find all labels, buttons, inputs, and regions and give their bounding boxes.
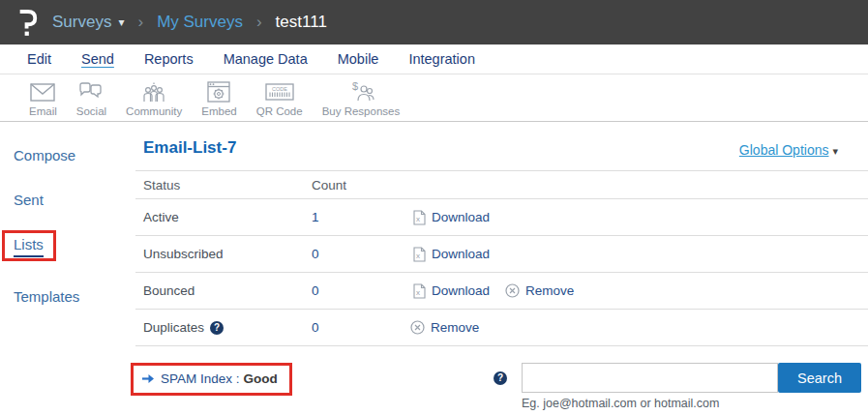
download-link[interactable]: x Download [413, 247, 490, 262]
nav-item-integration[interactable]: Integration [408, 51, 475, 67]
sidebar-item-templates[interactable]: Templates [14, 288, 135, 306]
global-options-dropdown[interactable]: Global Options▾ [739, 142, 838, 158]
toolbar-item-buy-responses[interactable]: $ Buy Responses [322, 74, 401, 121]
remove-circle-icon [505, 283, 520, 298]
remove-link[interactable]: Remove [410, 320, 479, 335]
svg-text:$: $ [352, 81, 358, 92]
list-header: Email-List-7 Global Options▾ [135, 123, 868, 158]
remove-label: Remove [431, 320, 479, 335]
nav-item-edit[interactable]: Edit [27, 51, 51, 67]
global-options-label: Global Options [739, 142, 829, 158]
table-header-row: Status Count [135, 171, 868, 199]
breadcrumb-surveys[interactable]: Surveys▾ [52, 13, 124, 32]
sidebar-item-sent[interactable]: Sent [14, 192, 135, 209]
email-icon [30, 80, 55, 104]
status-label: Active [143, 210, 312, 224]
arrow-right-icon [141, 373, 155, 384]
main-nav: Edit Send Reports Manage Data Mobile Int… [0, 44, 868, 74]
survey-send-lists-page: Surveys▾ › My Surveys › test111 Edit Sen… [0, 0, 868, 415]
svg-text:CODE: CODE [272, 86, 287, 92]
toolbar-label: Community [126, 105, 182, 117]
breadcrumb-my-surveys[interactable]: My Surveys [157, 13, 243, 32]
toolbar-item-qr-code[interactable]: CODE QR Code [256, 74, 303, 121]
download-label: Download [432, 247, 490, 261]
download-link[interactable]: x Download [413, 283, 490, 299]
count-value: 0 [312, 283, 413, 298]
toolbar-label: Buy Responses [322, 105, 401, 117]
toolbar-item-embed[interactable]: Embed [201, 74, 236, 121]
excel-file-icon: x [413, 247, 426, 262]
help-icon[interactable]: ? [210, 321, 224, 335]
count-value: 0 [312, 320, 413, 335]
svg-text:x: x [416, 288, 420, 297]
table-row-active: Active 1 x Download [135, 199, 868, 236]
nav-item-reports[interactable]: Reports [144, 51, 194, 67]
column-header-status: Status [143, 178, 312, 193]
toolbar-label: QR Code [256, 105, 303, 117]
nav-item-mobile[interactable]: Mobile [338, 51, 379, 67]
top-bar: Surveys▾ › My Surveys › test111 [0, 0, 868, 44]
sidebar-item-lists-label[interactable]: Lists [14, 236, 44, 257]
search-button[interactable]: Search [778, 363, 861, 393]
breadcrumb-current-survey: test111 [276, 13, 327, 32]
buy-responses-icon: $ [347, 80, 374, 104]
spam-index-value: Good [244, 371, 278, 386]
status-text: Duplicates [143, 320, 204, 335]
table-row-unsubscribed: Unsubscribed 0 x Download [135, 236, 868, 273]
social-icon [78, 80, 104, 104]
svg-text:x: x [416, 252, 420, 260]
annotation-box-spam-index: SPAM Index : Good [131, 363, 292, 396]
qr-code-icon: CODE [265, 80, 294, 104]
search-hint: Eg. joe@hotmail.com or hotmail.com [522, 397, 861, 410]
chevron-down-icon: ▾ [118, 15, 124, 29]
download-link[interactable]: x Download [413, 210, 490, 225]
bottom-band: SPAM Index : Good ? Search Eg. joe@hotma… [135, 363, 868, 410]
sidebar-item-templates-label[interactable]: Templates [14, 288, 79, 305]
search-area: ? Search Eg. joe@hotmail.com or hotmail.… [494, 363, 861, 410]
send-toolbar: Email Social Community Embed CODE QR Cod… [0, 74, 868, 122]
status-label: Unsubscribed [143, 247, 312, 261]
help-icon[interactable]: ? [494, 371, 507, 385]
proprofs-logo-icon[interactable] [16, 8, 38, 37]
toolbar-item-social[interactable]: Social [76, 74, 106, 121]
toolbar-item-email[interactable]: Email [29, 74, 57, 121]
chevron-down-icon: ▾ [832, 145, 838, 158]
nav-item-send[interactable]: Send [81, 51, 114, 67]
download-label: Download [432, 283, 490, 298]
status-label: Bounced [143, 283, 312, 298]
excel-file-icon: x [413, 283, 426, 299]
sidebar-item-compose-label[interactable]: Compose [14, 147, 75, 163]
column-header-count: Count [312, 178, 413, 193]
breadcrumb-separator-icon: › [256, 13, 262, 32]
toolbar-label: Email [29, 105, 57, 117]
remove-link[interactable]: Remove [505, 283, 574, 298]
annotation-box-lists: Lists [2, 230, 56, 261]
toolbar-item-community[interactable]: Community [126, 74, 182, 121]
community-icon [141, 80, 166, 104]
toolbar-label: Embed [201, 105, 236, 117]
send-sidebar: Compose Sent Lists Templates [0, 123, 135, 333]
excel-file-icon: x [413, 210, 426, 225]
svg-text:x: x [416, 215, 420, 223]
count-value: 0 [312, 247, 413, 261]
remove-label: Remove [525, 283, 574, 298]
toolbar-label: Social [76, 105, 106, 117]
sidebar-item-compose[interactable]: Compose [14, 147, 135, 164]
count-value: 1 [312, 210, 413, 224]
main-content: Email-List-7 Global Options▾ Status Coun… [135, 123, 868, 410]
nav-item-manage-data[interactable]: Manage Data [224, 51, 308, 67]
breadcrumb-separator-icon: › [137, 13, 143, 32]
download-label: Download [432, 210, 490, 224]
embed-icon [207, 80, 230, 104]
breadcrumb-surveys-label: Surveys [52, 13, 111, 31]
page-title: Email-List-7 [143, 138, 236, 158]
spam-index-label: SPAM Index : [161, 371, 240, 386]
status-label: Duplicates ? [143, 320, 312, 335]
sidebar-item-sent-label[interactable]: Sent [14, 192, 44, 208]
remove-circle-icon [410, 320, 425, 335]
search-input[interactable] [522, 363, 778, 393]
table-row-duplicates: Duplicates ? 0 Remove [135, 310, 868, 346]
table-row-bounced: Bounced 0 x Download Remove [135, 273, 868, 310]
sidebar-item-lists[interactable]: Lists [14, 236, 135, 261]
